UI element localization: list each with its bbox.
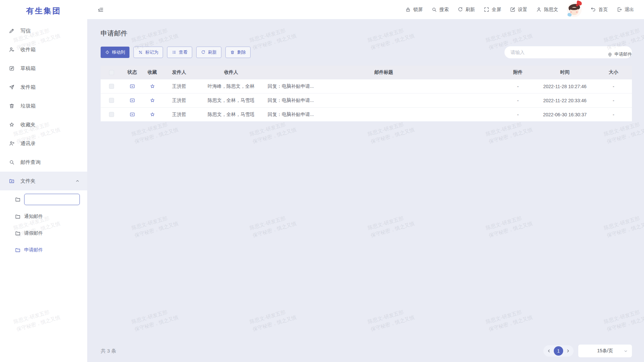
lock-screen-button[interactable]: 锁屏 [405, 7, 423, 13]
avatar-cheek [576, 11, 578, 13]
total-count: 共 3 条 [101, 348, 116, 354]
view-button[interactable]: 查看 [167, 47, 192, 58]
avatar-bow-knot [576, 4, 579, 6]
toolbar: 移动到 标记为 查看 刷新 删除 [101, 46, 632, 58]
delete-button[interactable]: 删除 [225, 47, 251, 58]
refresh-icon [201, 50, 206, 55]
view-label: 查看 [179, 49, 187, 55]
search-icon [431, 7, 437, 12]
cell-recipients: 陈思文，全林，马雪瑶 [196, 98, 266, 104]
cell-size: - [595, 112, 632, 117]
chevron-up-icon[interactable] [75, 179, 80, 183]
avatar-bang [570, 8, 578, 10]
user-name: 陈思文 [544, 7, 558, 13]
home-label: 首页 [598, 7, 608, 13]
pager: 1 [543, 345, 574, 357]
map-pin-icon [607, 52, 612, 57]
logout-button[interactable]: 退出 [616, 7, 634, 13]
col-header-subject: 邮件标题 [266, 69, 501, 75]
cell-attachment: - [501, 84, 535, 89]
folder-section-label: 文件夹 [20, 178, 36, 184]
sidebar-item-compose[interactable]: 写信 [0, 21, 87, 40]
mail-read-icon [129, 112, 135, 117]
col-header-sender: 发件人 [162, 69, 196, 75]
cell-subject[interactable]: 回复：电脑补贴申请... [266, 98, 501, 104]
sidebar: 有生集团 写信 收件箱 草稿箱 发件箱 垃圾箱 收藏夹 通讯录 邮件查询 文件夹 [0, 0, 87, 362]
table-row[interactable]: 王洪哲 叶海峰，陈思文，全林 回复：电脑补贴申请... - 2022-11-28… [101, 79, 632, 93]
folder-icon [15, 196, 21, 202]
sidebar-item-label: 邮件查询 [20, 159, 41, 166]
mark-as-label: 标记为 [145, 49, 158, 55]
refresh-list-label: 刷新 [208, 49, 217, 55]
col-header-favorite: 收藏 [142, 69, 162, 75]
settings-button[interactable]: 设置 [510, 7, 527, 13]
contacts-icon [9, 140, 15, 146]
cell-recipients: 陈思文，全林，马雪瑶 [196, 112, 266, 118]
star-icon[interactable] [150, 83, 155, 89]
logout-label: 退出 [625, 7, 634, 13]
col-header-size: 大小 [595, 69, 632, 75]
sidebar-item-sent[interactable]: 发件箱 [0, 78, 87, 97]
sidebar-folder-notice[interactable]: 通知邮件 [0, 208, 87, 225]
col-header-attachment: 附件 [501, 69, 535, 75]
move-icon [105, 50, 110, 55]
sidebar-item-favorites[interactable]: 收藏夹 [0, 115, 87, 134]
sidebar-item-label: 收藏夹 [20, 122, 36, 128]
refresh-list-button[interactable]: 刷新 [196, 47, 221, 58]
sidebar-item-label: 收件箱 [20, 47, 36, 53]
page-size-select[interactable]: 15条/页 [578, 345, 632, 357]
fullscreen-button[interactable]: 全屏 [484, 7, 501, 13]
mail-read-icon [129, 98, 135, 103]
star-icon[interactable] [150, 98, 155, 103]
sidebar-item-mail-search[interactable]: 邮件查询 [0, 153, 87, 172]
person-icon [536, 7, 542, 12]
next-page-button[interactable] [566, 349, 570, 353]
mark-as-button[interactable]: 标记为 [133, 47, 163, 58]
sidebar-folder-apply[interactable]: 申请邮件 [0, 242, 87, 258]
search-button[interactable]: 搜索 [431, 7, 449, 13]
refresh-button[interactable]: 刷新 [458, 7, 475, 13]
refresh-icon [458, 7, 463, 12]
sidebar-folder-leave[interactable]: 请假邮件 [0, 225, 87, 242]
cell-subject[interactable]: 回复：电脑补贴申请... [266, 112, 501, 118]
table-footer: 共 3 条 1 15条/页 [101, 345, 632, 357]
cell-time: 2022-11-28 10:27:46 [535, 84, 595, 89]
topbar-actions: 锁屏 搜索 刷新 全屏 设置 陈思文 [405, 2, 634, 17]
sidebar-item-drafts[interactable]: 草稿箱 [0, 59, 87, 78]
table-row[interactable]: 王洪哲 陈思文，全林，马雪瑶 回复：电脑补贴申请... - 2022-06-30… [101, 107, 632, 121]
menu-fold-icon[interactable] [97, 6, 104, 13]
select-all-checkbox[interactable] [109, 70, 114, 75]
sidebar-item-contacts[interactable]: 通讯录 [0, 134, 87, 153]
search-icon [9, 159, 15, 165]
lock-icon [405, 7, 411, 12]
breadcrumb: 申请邮件 [607, 51, 632, 57]
folder-icon [15, 230, 21, 236]
sidebar-item-label: 写信 [20, 28, 31, 34]
table-row[interactable]: 王洪哲 陈思文，全林，马雪瑶 回复：电脑补贴申请... - 2022-11-22… [101, 93, 632, 107]
sidebar-section-folders[interactable]: 文件夹 [0, 172, 87, 190]
sidebar-item-inbox[interactable]: 收件箱 [0, 40, 87, 59]
new-folder-input[interactable] [24, 194, 80, 205]
move-to-button[interactable]: 移动到 [101, 47, 129, 58]
folder-label: 通知邮件 [24, 214, 43, 220]
sidebar-item-trash[interactable]: 垃圾箱 [0, 97, 87, 115]
folder-new-row [0, 190, 87, 208]
row-checkbox[interactable] [109, 112, 114, 117]
prev-page-button[interactable] [547, 349, 551, 353]
folder-icon [15, 214, 21, 220]
home-button[interactable]: 首页 [590, 7, 608, 13]
page-number-1[interactable]: 1 [554, 346, 563, 356]
cell-subject[interactable]: 回复：电脑补贴申请... [266, 83, 501, 89]
col-header-status: 状态 [122, 69, 142, 75]
brand-logo: 有生集团 [0, 0, 87, 21]
user-menu[interactable]: 陈思文 [536, 7, 558, 13]
row-checkbox[interactable] [109, 98, 114, 103]
page-title: 申请邮件 [101, 29, 632, 38]
star-icon[interactable] [150, 112, 155, 117]
pencil-icon [9, 28, 15, 34]
avatar[interactable] [567, 2, 582, 17]
settings-label: 设置 [518, 7, 527, 13]
row-checkbox[interactable] [109, 84, 114, 89]
sidebar-item-label: 垃圾箱 [20, 103, 36, 109]
fullscreen-label: 全屏 [492, 7, 501, 13]
